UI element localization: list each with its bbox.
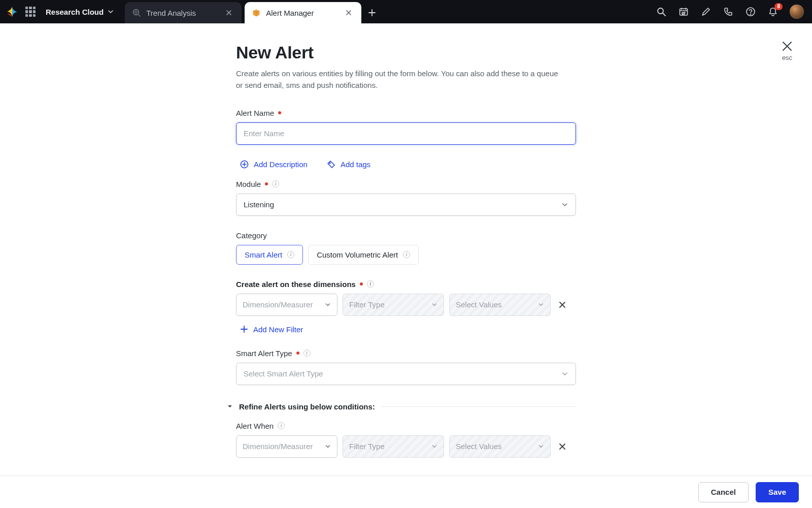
- svg-text:07: 07: [682, 12, 686, 15]
- field-alert-when: Alert When i Dimension/Measurer Filter T…: [236, 422, 576, 458]
- workspace-name: Research Cloud: [46, 8, 104, 16]
- info-icon[interactable]: i: [278, 422, 285, 429]
- footer-bar: Cancel Save: [0, 475, 812, 508]
- search-button[interactable]: [656, 6, 667, 17]
- smart-alert-type-select[interactable]: Select Smart Alert Type: [236, 363, 576, 385]
- label-smart-alert-type: Smart Alert Type i: [236, 349, 576, 358]
- tab-label: Alert Manager: [266, 9, 338, 17]
- dimension-row: Dimension/Measurer Filter Type Select Va…: [236, 294, 576, 316]
- label-dimensions: Create alert on these dimensions i: [236, 280, 576, 289]
- search-icon: [656, 7, 666, 17]
- help-button[interactable]: [745, 6, 756, 17]
- call-button[interactable]: [723, 6, 734, 17]
- info-icon[interactable]: i: [403, 251, 410, 258]
- chevron-down-icon: [538, 302, 544, 308]
- tab-close-button[interactable]: [343, 7, 354, 18]
- close-icon: [782, 41, 793, 52]
- field-dimensions: Create alert on these dimensions i Dimen…: [236, 280, 576, 334]
- chevron-down-icon: [431, 443, 437, 450]
- page: esc New Alert Create alerts on various e…: [0, 23, 812, 508]
- close-icon: [558, 442, 566, 451]
- svg-point-1: [658, 8, 663, 14]
- close-dialog-button[interactable]: esc: [782, 41, 793, 61]
- new-tab-button[interactable]: [361, 2, 383, 23]
- compose-button[interactable]: [700, 6, 712, 17]
- package-icon: [252, 8, 261, 17]
- plus-icon: [368, 9, 376, 17]
- app-switcher-icon[interactable]: [25, 7, 36, 17]
- refine-section-header[interactable]: Refine Alerts using below conditions:: [227, 402, 576, 411]
- svg-point-5: [750, 14, 751, 15]
- add-tags-button[interactable]: Add tags: [327, 160, 370, 169]
- info-icon[interactable]: i: [287, 251, 294, 258]
- info-icon[interactable]: i: [272, 180, 279, 187]
- label-alert-name: Alert Name: [236, 109, 576, 117]
- chevron-down-icon: [325, 443, 331, 450]
- required-dot-icon: [265, 182, 268, 185]
- tab-alert-manager[interactable]: Alert Manager: [245, 2, 361, 23]
- help-icon: [746, 7, 756, 17]
- pencil-icon: [701, 7, 711, 17]
- remove-row-button[interactable]: [556, 298, 569, 311]
- alert-when-dimension-select[interactable]: Dimension/Measurer: [236, 435, 337, 458]
- tab-close-button[interactable]: [223, 7, 234, 18]
- save-button[interactable]: Save: [756, 482, 799, 502]
- calendar-icon: 07: [679, 7, 689, 17]
- tab-trend-analysis[interactable]: Trend Analysis: [125, 2, 242, 23]
- field-category: Category Smart Alert i Custom Volumetric…: [236, 231, 576, 265]
- module-select-value: Listening: [244, 200, 274, 209]
- chevron-down-icon: [538, 443, 544, 450]
- close-icon: [226, 10, 232, 16]
- alert-when-select-values-select[interactable]: Select Values: [449, 435, 551, 458]
- required-dot-icon: [278, 111, 281, 114]
- remove-row-button[interactable]: [556, 440, 569, 453]
- inline-actions: Add Description Add tags: [240, 160, 576, 169]
- add-new-filter-button[interactable]: Add New Filter: [240, 325, 576, 334]
- workspace-selector[interactable]: Research Cloud: [41, 0, 125, 23]
- chevron-down-icon: [325, 302, 331, 308]
- notifications-badge: 8: [774, 3, 783, 10]
- caret-down-icon: [227, 403, 233, 409]
- field-smart-alert-type: Smart Alert Type i Select Smart Alert Ty…: [236, 349, 576, 385]
- module-select[interactable]: Listening: [236, 194, 576, 216]
- cancel-button[interactable]: Cancel: [698, 482, 749, 502]
- chevron-down-icon: [561, 370, 568, 377]
- select-values-select[interactable]: Select Values: [449, 294, 551, 316]
- add-description-button[interactable]: Add Description: [240, 160, 308, 169]
- brand-area: [0, 0, 41, 23]
- dimension-select[interactable]: Dimension/Measurer: [236, 294, 337, 316]
- collapse-toggle[interactable]: [227, 402, 233, 411]
- close-hint: esc: [782, 54, 793, 61]
- label-module: Module i: [236, 180, 576, 188]
- close-icon: [558, 301, 566, 309]
- globe-search-icon: [132, 8, 141, 17]
- label-category: Category: [236, 231, 576, 240]
- calendar-button[interactable]: 07: [678, 6, 689, 17]
- chevron-down-icon: [108, 9, 114, 15]
- form-content: New Alert Create alerts on various entit…: [236, 23, 576, 475]
- alert-when-row: Dimension/Measurer Filter Type Select Va…: [236, 435, 576, 458]
- info-icon[interactable]: i: [303, 350, 311, 357]
- plus-icon: [240, 325, 248, 333]
- required-dot-icon: [360, 282, 363, 285]
- field-alert-name: Alert Name: [236, 109, 576, 145]
- topbar-actions: 07 8: [648, 0, 812, 23]
- alert-when-filter-type-select[interactable]: Filter Type: [343, 435, 444, 458]
- page-title: New Alert: [236, 43, 576, 62]
- page-subtitle: Create alerts on various entities by fil…: [236, 68, 561, 91]
- tab-label: Trend Analysis: [146, 9, 218, 17]
- chevron-down-icon: [561, 201, 568, 208]
- filter-type-select[interactable]: Filter Type: [343, 294, 444, 316]
- label-alert-when: Alert When i: [236, 422, 576, 430]
- required-dot-icon: [296, 352, 299, 355]
- chevron-down-icon: [431, 302, 437, 308]
- phone-icon: [723, 7, 733, 17]
- user-avatar[interactable]: [790, 5, 804, 19]
- close-icon: [346, 10, 352, 16]
- notifications-button[interactable]: 8: [767, 6, 779, 17]
- tab-strip: Trend Analysis Alert Manager: [125, 0, 383, 23]
- info-icon[interactable]: i: [367, 280, 374, 288]
- alert-name-input[interactable]: [236, 122, 576, 145]
- category-smart-alert[interactable]: Smart Alert i: [236, 245, 303, 265]
- category-custom-volumetric[interactable]: Custom Volumetric Alert i: [308, 245, 419, 265]
